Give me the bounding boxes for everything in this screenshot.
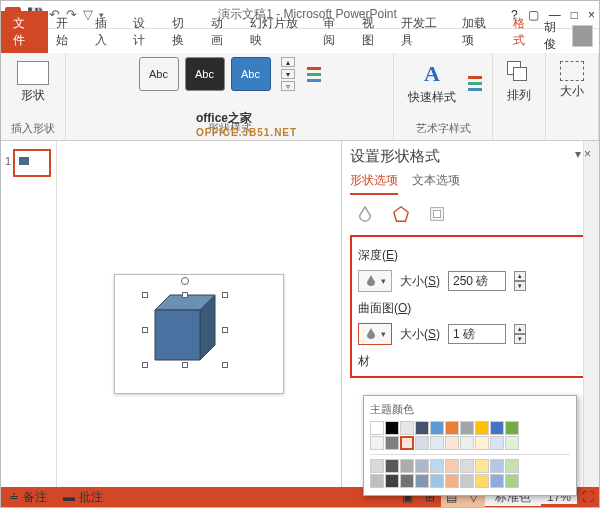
- pane-tab-text[interactable]: 文本选项: [412, 172, 460, 195]
- tab-developer[interactable]: 开发工具: [393, 11, 455, 53]
- tab-insert[interactable]: 插入: [87, 11, 126, 53]
- group-insert-shape: 形状 插入形状: [1, 53, 66, 140]
- tab-review[interactable]: 审阅: [315, 11, 354, 53]
- slide-canvas[interactable]: [57, 141, 341, 487]
- color-swatch[interactable]: [445, 474, 459, 488]
- color-swatch[interactable]: [460, 421, 474, 435]
- resize-handle[interactable]: [142, 292, 148, 298]
- tab-transition[interactable]: 切换: [164, 11, 203, 53]
- color-swatch[interactable]: [445, 459, 459, 473]
- color-swatch[interactable]: [475, 436, 489, 450]
- selected-cube-shape[interactable]: [145, 295, 225, 365]
- shape-fill-button[interactable]: [307, 67, 321, 82]
- color-swatch[interactable]: [370, 459, 384, 473]
- tab-format[interactable]: 格式: [505, 11, 544, 53]
- tab-addins[interactable]: 加载项: [454, 11, 504, 53]
- style-preset-3[interactable]: Abc: [231, 57, 271, 91]
- color-swatch[interactable]: [385, 474, 399, 488]
- color-swatch[interactable]: [475, 421, 489, 435]
- color-swatch[interactable]: [385, 421, 399, 435]
- color-swatch[interactable]: [430, 474, 444, 488]
- arrange-button[interactable]: 排列: [503, 57, 535, 108]
- tab-design[interactable]: 设计: [125, 11, 164, 53]
- contour-size-input[interactable]: [448, 324, 506, 344]
- color-swatch[interactable]: [415, 474, 429, 488]
- color-swatch[interactable]: [400, 459, 414, 473]
- tint-row: [370, 459, 570, 473]
- color-swatch[interactable]: [490, 459, 504, 473]
- pane-scrollbar[interactable]: [583, 141, 599, 487]
- color-swatch[interactable]: [370, 421, 384, 435]
- tab-slideshow[interactable]: 幻灯片放映: [242, 11, 315, 53]
- color-swatch[interactable]: [430, 421, 444, 435]
- notes-button[interactable]: ≐ 备注: [1, 489, 55, 506]
- color-swatch[interactable]: [370, 436, 384, 450]
- size-button[interactable]: 大小: [556, 57, 588, 104]
- effects-icon[interactable]: [390, 203, 412, 225]
- fill-line-icon[interactable]: [354, 203, 376, 225]
- depth-color-button[interactable]: [358, 270, 392, 292]
- resize-handle[interactable]: [222, 292, 228, 298]
- pane-tabs: 形状选项 文本选项: [350, 172, 591, 195]
- depth-size-input[interactable]: [448, 271, 506, 291]
- svg-rect-4: [431, 208, 444, 221]
- color-swatch[interactable]: [490, 474, 504, 488]
- color-swatch[interactable]: [475, 474, 489, 488]
- style-preset-2[interactable]: Abc: [185, 57, 225, 91]
- resize-handle[interactable]: [222, 362, 228, 368]
- tab-animation[interactable]: 动画: [203, 11, 242, 53]
- resize-handle[interactable]: [182, 362, 188, 368]
- color-swatch[interactable]: [460, 459, 474, 473]
- tab-view[interactable]: 视图: [354, 11, 393, 53]
- material-label-partial: 材: [358, 353, 583, 370]
- color-swatch[interactable]: [505, 436, 519, 450]
- tab-home[interactable]: 开始: [48, 11, 87, 53]
- resize-handle[interactable]: [142, 327, 148, 333]
- comments-button[interactable]: ▬ 批注: [55, 489, 111, 506]
- color-swatch[interactable]: [415, 421, 429, 435]
- pane-tab-shape[interactable]: 形状选项: [350, 172, 398, 195]
- thumbnail-1[interactable]: 1: [13, 149, 51, 177]
- contour-spinner[interactable]: ▴▾: [514, 324, 526, 344]
- text-fill-button[interactable]: [468, 76, 482, 91]
- resize-handle[interactable]: [222, 327, 228, 333]
- rotate-handle[interactable]: [181, 277, 189, 285]
- color-swatch[interactable]: [490, 436, 504, 450]
- shapes-button[interactable]: 形状: [13, 57, 53, 108]
- color-swatch[interactable]: [475, 459, 489, 473]
- color-swatch[interactable]: [445, 421, 459, 435]
- color-swatch[interactable]: [505, 421, 519, 435]
- color-swatch[interactable]: [415, 459, 429, 473]
- color-swatch[interactable]: [505, 474, 519, 488]
- resize-handle[interactable]: [182, 292, 188, 298]
- quick-styles-button[interactable]: A 快速样式: [404, 57, 460, 110]
- color-swatch[interactable]: [385, 459, 399, 473]
- color-swatch[interactable]: [505, 459, 519, 473]
- color-swatch[interactable]: [385, 436, 399, 450]
- color-swatch[interactable]: [430, 459, 444, 473]
- size-props-icon[interactable]: [426, 203, 448, 225]
- slide: [114, 274, 284, 394]
- style-preset-1[interactable]: Abc: [139, 57, 179, 91]
- color-swatch[interactable]: [370, 474, 384, 488]
- avatar[interactable]: [572, 25, 593, 47]
- depth-spinner[interactable]: ▴▾: [514, 271, 526, 291]
- resize-handle[interactable]: [142, 362, 148, 368]
- quick-styles-label: 快速样式: [408, 89, 456, 106]
- color-swatch[interactable]: [400, 421, 414, 435]
- pane-close-icon[interactable]: ▾ ×: [575, 147, 591, 161]
- color-swatch[interactable]: [445, 436, 459, 450]
- contour-color-button[interactable]: [358, 323, 392, 345]
- color-swatch[interactable]: [460, 436, 474, 450]
- fit-to-window-icon[interactable]: ⛶: [577, 487, 599, 507]
- tab-file[interactable]: 文件: [1, 11, 48, 53]
- color-swatch[interactable]: [490, 421, 504, 435]
- user-area[interactable]: 胡俊: [544, 19, 599, 53]
- color-swatch-selected[interactable]: [400, 436, 414, 450]
- gallery-scroll[interactable]: ▴▾▿: [281, 57, 295, 91]
- color-swatch[interactable]: [415, 436, 429, 450]
- color-swatch[interactable]: [400, 474, 414, 488]
- shapes-label: 形状: [21, 87, 45, 104]
- color-swatch[interactable]: [430, 436, 444, 450]
- color-swatch[interactable]: [460, 474, 474, 488]
